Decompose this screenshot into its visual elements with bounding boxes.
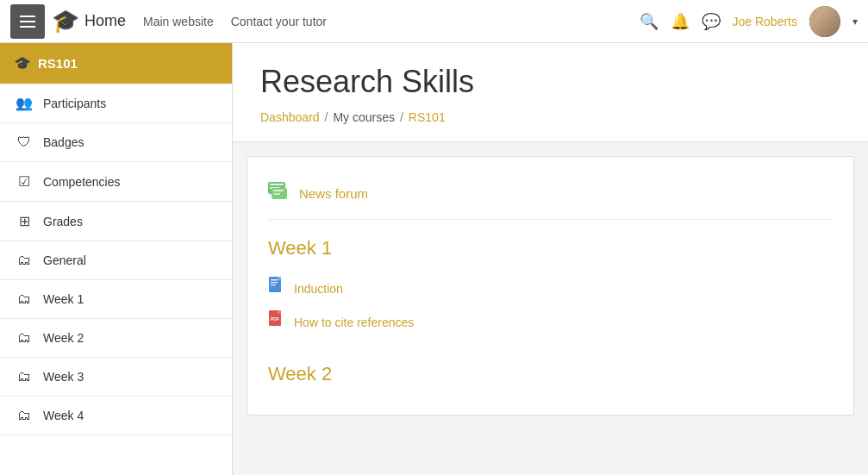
week2-title: Week 2 xyxy=(268,363,833,385)
bell-icon[interactable]: 🔔 xyxy=(671,12,690,31)
avatar-face xyxy=(809,6,840,37)
how-to-cite-link[interactable]: How to cite references xyxy=(294,316,414,329)
sidebar-item-week3-label: Week 3 xyxy=(43,370,84,384)
sidebar-item-week4[interactable]: 🗂 Week 4 xyxy=(0,397,232,435)
sidebar-item-badges[interactable]: 🛡 Badges xyxy=(0,123,232,162)
breadcrumb-rs101[interactable]: RS101 xyxy=(409,110,446,124)
doc-svg xyxy=(268,277,285,296)
svg-rect-7 xyxy=(271,279,278,281)
search-icon[interactable]: 🔍 xyxy=(640,12,659,31)
shield-icon: 🛡 xyxy=(16,134,33,150)
sidebar-item-participants-label: Participants xyxy=(43,97,106,110)
sidebar-item-grades-label: Grades xyxy=(43,215,83,228)
breadcrumb: Dashboard / My courses / RS101 xyxy=(260,110,840,124)
folder-week4-icon: 🗂 xyxy=(16,408,33,423)
pdf-icon: PDF xyxy=(268,310,285,334)
svg-rect-9 xyxy=(271,284,276,286)
main-website-link[interactable]: Main website xyxy=(143,15,214,28)
navbar-right: 🔍 🔔 💬 Joe Roberts ▾ xyxy=(640,6,858,37)
news-forum-icon xyxy=(268,181,290,205)
sidebar-item-week2-label: Week 2 xyxy=(43,331,84,345)
sidebar-item-week1-label: Week 1 xyxy=(43,292,84,306)
breadcrumb-sep-1: / xyxy=(325,110,328,124)
user-menu-caret[interactable]: ▾ xyxy=(852,16,858,28)
svg-rect-4 xyxy=(273,190,284,191)
sidebar-item-general[interactable]: 🗂 General xyxy=(0,241,232,280)
sidebar: 🎓 RS101 👥 Participants 🛡 Badges ☑ Compet… xyxy=(0,43,233,475)
hamburger-button[interactable] xyxy=(10,4,45,39)
navbar: 🎓 Home Main website Contact your tutor 🔍… xyxy=(0,0,868,43)
sidebar-item-general-label: General xyxy=(43,253,86,267)
avatar[interactable] xyxy=(809,6,840,37)
sidebar-item-week4-label: Week 4 xyxy=(43,409,84,422)
forum-svg-icon xyxy=(268,181,290,200)
username-label[interactable]: Joe Roberts xyxy=(733,15,797,28)
main-content: Research Skills Dashboard / My courses /… xyxy=(233,43,868,475)
chat-icon[interactable]: 💬 xyxy=(702,12,721,31)
news-forum-row: News forum xyxy=(268,174,833,220)
sidebar-course-label: RS101 xyxy=(38,56,78,71)
svg-rect-1 xyxy=(270,184,284,185)
contact-tutor-link[interactable]: Contact your tutor xyxy=(231,15,327,28)
week1-section: Week 1 Induction xyxy=(268,220,833,339)
svg-rect-8 xyxy=(271,282,278,284)
breadcrumb-sep-2: / xyxy=(400,110,403,124)
sidebar-item-competencies-label: Competencies xyxy=(43,175,121,189)
hamburger-icon xyxy=(20,16,35,28)
induction-link[interactable]: Induction xyxy=(294,282,343,296)
pdf-svg: PDF xyxy=(268,310,285,329)
page-title: Research Skills xyxy=(260,64,840,100)
brand-text: Home xyxy=(84,12,126,30)
grid-icon: ⊞ xyxy=(16,213,33,229)
sidebar-item-grades[interactable]: ⊞ Grades xyxy=(0,202,232,241)
sidebar-item-competencies[interactable]: ☑ Competencies xyxy=(0,162,232,202)
folder-week1-icon: 🗂 xyxy=(16,291,33,307)
breadcrumb-mycourses: My courses xyxy=(333,110,395,124)
breadcrumb-dashboard[interactable]: Dashboard xyxy=(260,110,320,124)
document-icon xyxy=(268,277,285,300)
svg-rect-11 xyxy=(278,277,281,280)
svg-rect-15 xyxy=(278,310,281,314)
week2-section: Week 2 xyxy=(268,339,833,385)
check-icon: ☑ xyxy=(16,173,33,190)
folder-week3-icon: 🗂 xyxy=(16,369,33,384)
sidebar-item-week3[interactable]: 🗂 Week 3 xyxy=(0,358,232,397)
sidebar-item-badges-label: Badges xyxy=(43,135,84,149)
induction-item: Induction xyxy=(268,272,833,305)
brand-link[interactable]: 🎓 Home xyxy=(52,8,126,34)
how-to-cite-item: PDF How to cite references xyxy=(268,305,833,339)
svg-rect-5 xyxy=(273,193,280,195)
sidebar-item-week1[interactable]: 🗂 Week 1 xyxy=(0,280,232,319)
main-layout: 🎓 RS101 👥 Participants 🛡 Badges ☑ Compet… xyxy=(0,43,868,475)
page-header: Research Skills Dashboard / My courses /… xyxy=(233,43,868,142)
graduation-cap-icon: 🎓 xyxy=(52,8,79,34)
sidebar-course-header[interactable]: 🎓 RS101 xyxy=(0,43,232,84)
svg-text:PDF: PDF xyxy=(271,316,279,322)
people-icon: 👥 xyxy=(16,95,33,111)
sidebar-item-week2[interactable]: 🗂 Week 2 xyxy=(0,319,232,358)
sidebar-item-participants[interactable]: 👥 Participants xyxy=(0,84,232,123)
week1-title: Week 1 xyxy=(268,237,833,259)
news-forum-link[interactable]: News forum xyxy=(299,186,368,201)
course-content-box: News forum Week 1 xyxy=(247,156,854,416)
folder-week2-icon: 🗂 xyxy=(16,330,33,346)
nav-links: Main website Contact your tutor xyxy=(143,15,640,28)
folder-general-icon: 🗂 xyxy=(16,253,33,268)
mortar-board-icon: 🎓 xyxy=(14,55,31,72)
